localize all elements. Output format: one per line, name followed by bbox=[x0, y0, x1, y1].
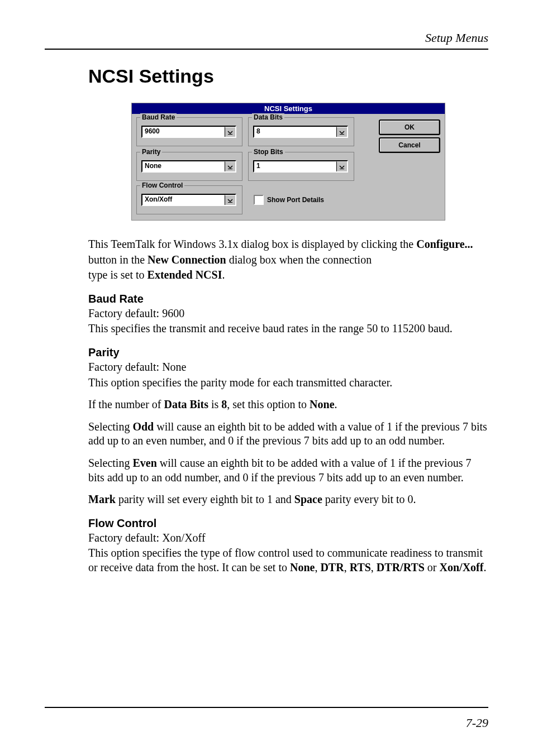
text-bold: Extended NCSI bbox=[147, 269, 222, 281]
flow-default: Factory default: Xon/Xoff bbox=[88, 531, 488, 546]
chevron-down-icon[interactable] bbox=[336, 127, 347, 137]
text: is bbox=[208, 398, 221, 410]
text-bold: New Connection bbox=[147, 253, 226, 266]
text: Selecting bbox=[88, 420, 132, 433]
text: , bbox=[371, 561, 377, 573]
text: , bbox=[344, 561, 350, 573]
parity-default: Factory default: None bbox=[88, 360, 488, 375]
text-bold: DTR bbox=[320, 561, 344, 573]
text: . bbox=[335, 398, 337, 410]
page-title: NCSI Settings bbox=[88, 65, 488, 87]
text: type is set to bbox=[88, 269, 147, 281]
text-bold: RTS bbox=[350, 561, 371, 573]
parity-group: Parity None bbox=[136, 152, 242, 181]
text: . bbox=[222, 269, 225, 281]
text-bold: Mark bbox=[88, 493, 116, 505]
parity-desc: This option specifies the parity mode fo… bbox=[88, 376, 488, 390]
flow-control-value: Xon/Xoff bbox=[142, 195, 225, 205]
data-bits-group: Data Bits 8 bbox=[248, 117, 354, 146]
checkbox-icon bbox=[254, 195, 264, 205]
footer-divider bbox=[45, 707, 488, 708]
text: , set this option to bbox=[227, 398, 310, 410]
ncsi-settings-dialog: NCSI Settings Baud Rate 9600 bbox=[131, 103, 445, 221]
chevron-down-icon[interactable] bbox=[225, 127, 235, 137]
text: or bbox=[425, 561, 440, 573]
flow-control-heading: Flow Control bbox=[88, 517, 488, 530]
baud-rate-label: Baud Rate bbox=[140, 113, 177, 121]
flow-desc: This option specifies the type of flow c… bbox=[88, 546, 488, 575]
show-port-details-checkbox[interactable]: Show Port Details bbox=[254, 195, 324, 205]
cancel-button[interactable]: Cancel bbox=[379, 137, 440, 153]
flow-control-select[interactable]: Xon/Xoff bbox=[141, 194, 236, 206]
parity-none: If the number of Data Bits is 8, set thi… bbox=[88, 398, 488, 412]
intro-paragraph-3: type is set to Extended NCSI. bbox=[88, 268, 488, 283]
text-bold: None bbox=[290, 561, 315, 573]
header-divider bbox=[45, 49, 488, 50]
data-bits-value: 8 bbox=[254, 127, 336, 137]
show-port-details-label: Show Port Details bbox=[267, 196, 324, 204]
baud-rate-value: 9600 bbox=[142, 127, 225, 137]
data-bits-select[interactable]: 8 bbox=[253, 126, 348, 138]
text: Selecting bbox=[88, 457, 132, 469]
ok-button[interactable]: OK bbox=[379, 119, 440, 135]
stop-bits-select[interactable]: 1 bbox=[253, 160, 348, 173]
text-bold: Space bbox=[294, 493, 322, 505]
flow-control-label: Flow Control bbox=[140, 181, 184, 189]
text: This TeemTalk for Windows 3.1x dialog bo… bbox=[88, 238, 416, 250]
baud-desc: This specifies the transmit and receive … bbox=[88, 322, 488, 336]
dialog-title: NCSI Settings bbox=[132, 103, 445, 114]
parity-mark-space: Mark parity will set every eighth bit to… bbox=[88, 492, 488, 507]
flow-control-group: Flow Control Xon/Xoff bbox=[136, 185, 242, 214]
chevron-down-icon[interactable] bbox=[225, 161, 235, 171]
stop-bits-value: 1 bbox=[254, 161, 336, 171]
text-bold: Configure... bbox=[416, 238, 473, 250]
parity-label: Parity bbox=[140, 148, 162, 156]
page-number: 7-29 bbox=[466, 716, 488, 730]
baud-rate-select[interactable]: 9600 bbox=[141, 126, 236, 138]
text: parity every bit to 0. bbox=[322, 493, 416, 505]
baud-rate-group: Baud Rate 9600 bbox=[136, 117, 242, 146]
text-bold: DTR/RTS bbox=[377, 561, 425, 573]
baud-default: Factory default: 9600 bbox=[88, 307, 488, 321]
text: . bbox=[483, 561, 486, 573]
text-bold: None bbox=[310, 398, 334, 410]
parity-even: Selecting Even will cause an eighth bit … bbox=[88, 456, 488, 485]
text: parity will set every eighth bit to 1 an… bbox=[116, 493, 294, 505]
text-bold: Even bbox=[132, 457, 156, 469]
running-header: Setup Menus bbox=[45, 31, 488, 45]
parity-odd: Selecting Odd will cause an eighth bit t… bbox=[88, 420, 488, 448]
stop-bits-label: Stop Bits bbox=[252, 148, 285, 156]
text: dialog box when the connection bbox=[226, 253, 372, 266]
text-bold: Xon/Xoff bbox=[440, 561, 484, 573]
text: , bbox=[315, 561, 320, 573]
parity-select[interactable]: None bbox=[141, 160, 236, 173]
parity-value: None bbox=[142, 161, 225, 171]
chevron-down-icon[interactable] bbox=[225, 195, 235, 205]
baud-rate-heading: Baud Rate bbox=[88, 293, 488, 305]
text-bold: Data Bits bbox=[164, 398, 208, 410]
intro-paragraph: This TeemTalk for Windows 3.1x dialog bo… bbox=[88, 237, 488, 252]
text: button in the bbox=[88, 253, 147, 266]
text-bold: Odd bbox=[132, 420, 154, 433]
stop-bits-group: Stop Bits 1 bbox=[248, 152, 354, 181]
chevron-down-icon[interactable] bbox=[336, 161, 347, 171]
text: If the number of bbox=[88, 398, 164, 410]
intro-paragraph-2: button in the New Connection dialog box … bbox=[88, 253, 488, 267]
text-bold: 8 bbox=[221, 398, 227, 410]
data-bits-label: Data Bits bbox=[252, 113, 284, 121]
parity-heading: Parity bbox=[88, 346, 488, 359]
